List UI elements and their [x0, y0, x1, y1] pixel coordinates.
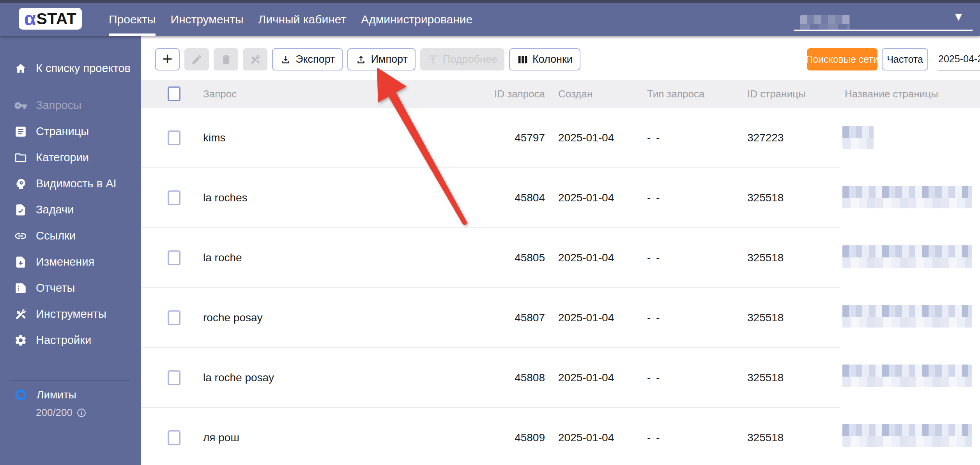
sidebar-back-to-projects[interactable]: К списку проектов	[0, 55, 141, 81]
sidebar-item-label: Изменения	[36, 255, 94, 268]
nav-projects[interactable]: Проекты	[109, 3, 156, 36]
header-query-type[interactable]: Тип запроса	[647, 88, 704, 100]
download-icon	[280, 54, 292, 65]
sidebar-item-label: Настройки	[36, 334, 91, 347]
sidebar-item-queries[interactable]: Запросы	[0, 92, 141, 118]
sidebar-divider	[9, 380, 131, 381]
query-cell: la roches	[203, 192, 248, 204]
export-label: Экспорт	[295, 53, 335, 65]
query-type-cell: - -	[647, 372, 661, 384]
sidebar-item-label: Инструменты	[36, 308, 106, 321]
tools-button-disabled[interactable]	[243, 48, 267, 70]
window-top-strip	[0, 0, 980, 3]
columns-button[interactable]: Колонки	[509, 48, 580, 70]
logo-alpha: α	[24, 9, 36, 28]
row-checkbox[interactable]	[168, 370, 180, 385]
limits-ring-icon	[15, 389, 27, 401]
export-button[interactable]: Экспорт	[272, 48, 343, 70]
account-select-underline	[794, 30, 973, 31]
header-page-name[interactable]: Название страницы	[845, 88, 938, 100]
logo[interactable]: α STAT	[19, 8, 82, 30]
header-query-id[interactable]: ID запроса	[464, 88, 545, 100]
sidebar-item-label: Страницы	[36, 125, 89, 138]
header-created[interactable]: Создан	[558, 88, 593, 100]
delete-button-disabled[interactable]	[214, 48, 238, 70]
query-type-cell: - -	[647, 192, 661, 204]
redacted-page-name	[842, 186, 972, 208]
created-cell: 2025-01-04	[558, 432, 614, 444]
frequency-button[interactable]: Частота	[882, 48, 928, 70]
nav-account[interactable]: Личный кабинет	[258, 3, 346, 36]
sidebar-item-changes[interactable]: Изменения	[0, 249, 141, 275]
toolbar: +	[141, 36, 980, 80]
report-icon	[14, 282, 27, 295]
redacted-page-name	[842, 365, 972, 387]
row-checkbox[interactable]	[168, 310, 180, 325]
sidebar-item-links[interactable]: Ссылки	[0, 223, 141, 249]
logo-text: STAT	[36, 11, 76, 27]
row-checkbox[interactable]	[168, 430, 180, 445]
sidebar-item-reports[interactable]: Отчеты	[0, 275, 141, 301]
note-add-icon	[14, 255, 27, 269]
construction-icon	[14, 308, 27, 321]
query-id-cell: 45805	[464, 252, 545, 264]
redacted-page-name	[842, 126, 874, 149]
info-icon[interactable]	[76, 408, 87, 418]
redacted-page-name	[842, 305, 972, 328]
sidebar-item-settings[interactable]: Настройки	[0, 327, 141, 353]
nav-tools[interactable]: Инструменты	[170, 3, 243, 36]
import-label: Импорт	[371, 53, 407, 65]
sidebar-item-label: Категории	[36, 151, 89, 164]
header-query[interactable]: Запрос	[203, 88, 237, 100]
sidebar-item-categories[interactable]: Категории	[0, 144, 141, 171]
sidebar-item-tools[interactable]: Инструменты	[0, 301, 141, 327]
date-range-input[interactable]: 2025-04-26	[938, 48, 980, 70]
columns-label: Колонки	[532, 53, 573, 65]
edit-button-disabled[interactable]	[184, 48, 209, 70]
query-cell: la roche posay	[203, 372, 274, 384]
query-cell: kims	[203, 132, 226, 144]
sidebar-item-label: Задачи	[36, 203, 74, 216]
page-id-cell: 325518	[747, 312, 784, 324]
sidebar: К списку проектов Запросы Страницы Катег…	[0, 36, 141, 465]
ai-head-icon	[14, 177, 27, 190]
details-button-disabled[interactable]: Подробнее	[420, 48, 504, 70]
query-type-cell: - -	[647, 252, 661, 264]
top-navigation: Проекты Инструменты Личный кабинет Админ…	[109, 3, 472, 36]
plus-icon: +	[163, 50, 173, 67]
sidebar-item-pages[interactable]: Страницы	[0, 118, 141, 144]
sidebar-item-label: Видимость в AI	[36, 177, 117, 190]
header-page-id[interactable]: ID страницы	[747, 88, 806, 100]
row-checkbox[interactable]	[168, 250, 180, 265]
link-icon	[14, 229, 27, 243]
details-label: Подробнее	[443, 53, 497, 65]
query-id-cell: 45804	[464, 192, 545, 204]
limits-label: Лимиты	[37, 389, 76, 401]
redaction-overlay	[840, 108, 980, 465]
query-id-cell: 45809	[464, 432, 545, 444]
trash-icon	[220, 54, 232, 65]
sidebar-item-ai-visibility[interactable]: Видимость в AI	[0, 171, 141, 197]
import-button[interactable]: Импорт	[347, 48, 415, 70]
sidebar-item-tasks[interactable]: Задачи	[0, 197, 141, 223]
query-type-cell: - -	[647, 432, 661, 444]
nav-account-label: Личный кабинет	[258, 13, 346, 26]
home-icon	[14, 62, 27, 75]
row-checkbox[interactable]	[168, 130, 180, 145]
align-top-arrow-icon	[427, 54, 439, 65]
sidebar-back-label: К списку проектов	[36, 62, 131, 75]
query-cell: la roche	[203, 252, 242, 264]
add-button[interactable]: +	[155, 48, 180, 70]
account-select-redacted-value[interactable]	[800, 15, 850, 31]
page-id-cell: 325518	[747, 252, 784, 264]
caret-down-icon[interactable]: ▼	[953, 11, 964, 23]
select-all-checkbox[interactable]	[168, 86, 180, 101]
page-id-cell: 325518	[747, 192, 784, 204]
created-cell: 2025-01-04	[558, 192, 614, 204]
search-networks-button[interactable]: Поисковые сети	[807, 48, 877, 70]
columns-icon	[517, 54, 529, 65]
sidebar-item-label: Ссылки	[36, 229, 76, 242]
row-checkbox[interactable]	[168, 190, 180, 205]
nav-admin[interactable]: Администрирование	[361, 3, 472, 36]
page-id-cell: 325518	[747, 432, 784, 444]
